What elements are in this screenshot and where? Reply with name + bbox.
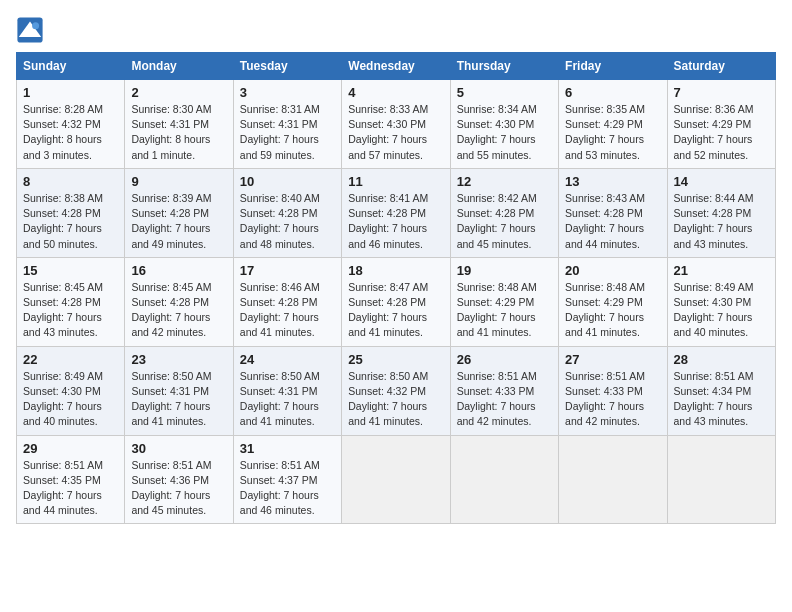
day-detail: Sunrise: 8:38 AMSunset: 4:28 PMDaylight:… — [23, 191, 118, 252]
calendar-cell: 5Sunrise: 8:34 AMSunset: 4:30 PMDaylight… — [450, 80, 558, 169]
day-detail: Sunrise: 8:51 AMSunset: 4:35 PMDaylight:… — [23, 458, 118, 519]
calendar-cell: 16Sunrise: 8:45 AMSunset: 4:28 PMDayligh… — [125, 257, 233, 346]
day-number: 1 — [23, 85, 118, 100]
day-detail: Sunrise: 8:40 AMSunset: 4:28 PMDaylight:… — [240, 191, 335, 252]
svg-point-2 — [32, 22, 39, 29]
day-detail: Sunrise: 8:42 AMSunset: 4:28 PMDaylight:… — [457, 191, 552, 252]
day-number: 5 — [457, 85, 552, 100]
calendar-cell: 26Sunrise: 8:51 AMSunset: 4:33 PMDayligh… — [450, 346, 558, 435]
day-detail: Sunrise: 8:49 AMSunset: 4:30 PMDaylight:… — [23, 369, 118, 430]
calendar-week-3: 15Sunrise: 8:45 AMSunset: 4:28 PMDayligh… — [17, 257, 776, 346]
weekday-header-saturday: Saturday — [667, 53, 775, 80]
header — [16, 16, 776, 44]
day-number: 17 — [240, 263, 335, 278]
calendar-cell: 28Sunrise: 8:51 AMSunset: 4:34 PMDayligh… — [667, 346, 775, 435]
weekday-header-thursday: Thursday — [450, 53, 558, 80]
day-number: 20 — [565, 263, 660, 278]
day-detail: Sunrise: 8:45 AMSunset: 4:28 PMDaylight:… — [23, 280, 118, 341]
calendar-cell: 18Sunrise: 8:47 AMSunset: 4:28 PMDayligh… — [342, 257, 450, 346]
day-number: 4 — [348, 85, 443, 100]
day-number: 23 — [131, 352, 226, 367]
logo-icon — [16, 16, 44, 44]
day-detail: Sunrise: 8:48 AMSunset: 4:29 PMDaylight:… — [457, 280, 552, 341]
calendar-cell — [450, 435, 558, 524]
day-number: 7 — [674, 85, 769, 100]
day-number: 9 — [131, 174, 226, 189]
calendar-cell: 21Sunrise: 8:49 AMSunset: 4:30 PMDayligh… — [667, 257, 775, 346]
day-detail: Sunrise: 8:43 AMSunset: 4:28 PMDaylight:… — [565, 191, 660, 252]
calendar-cell: 30Sunrise: 8:51 AMSunset: 4:36 PMDayligh… — [125, 435, 233, 524]
day-number: 27 — [565, 352, 660, 367]
calendar-cell: 12Sunrise: 8:42 AMSunset: 4:28 PMDayligh… — [450, 168, 558, 257]
day-detail: Sunrise: 8:33 AMSunset: 4:30 PMDaylight:… — [348, 102, 443, 163]
day-detail: Sunrise: 8:48 AMSunset: 4:29 PMDaylight:… — [565, 280, 660, 341]
weekday-header-sunday: Sunday — [17, 53, 125, 80]
day-number: 12 — [457, 174, 552, 189]
calendar-cell: 4Sunrise: 8:33 AMSunset: 4:30 PMDaylight… — [342, 80, 450, 169]
calendar-week-1: 1Sunrise: 8:28 AMSunset: 4:32 PMDaylight… — [17, 80, 776, 169]
day-number: 29 — [23, 441, 118, 456]
calendar-cell — [667, 435, 775, 524]
calendar-cell: 11Sunrise: 8:41 AMSunset: 4:28 PMDayligh… — [342, 168, 450, 257]
calendar-cell: 10Sunrise: 8:40 AMSunset: 4:28 PMDayligh… — [233, 168, 341, 257]
calendar-cell: 7Sunrise: 8:36 AMSunset: 4:29 PMDaylight… — [667, 80, 775, 169]
day-detail: Sunrise: 8:51 AMSunset: 4:34 PMDaylight:… — [674, 369, 769, 430]
day-detail: Sunrise: 8:31 AMSunset: 4:31 PMDaylight:… — [240, 102, 335, 163]
calendar-cell: 3Sunrise: 8:31 AMSunset: 4:31 PMDaylight… — [233, 80, 341, 169]
calendar-cell: 19Sunrise: 8:48 AMSunset: 4:29 PMDayligh… — [450, 257, 558, 346]
day-detail: Sunrise: 8:47 AMSunset: 4:28 PMDaylight:… — [348, 280, 443, 341]
day-detail: Sunrise: 8:35 AMSunset: 4:29 PMDaylight:… — [565, 102, 660, 163]
calendar-cell: 1Sunrise: 8:28 AMSunset: 4:32 PMDaylight… — [17, 80, 125, 169]
logo — [16, 16, 48, 44]
calendar-cell: 31Sunrise: 8:51 AMSunset: 4:37 PMDayligh… — [233, 435, 341, 524]
day-number: 26 — [457, 352, 552, 367]
day-number: 22 — [23, 352, 118, 367]
day-number: 19 — [457, 263, 552, 278]
calendar-cell: 15Sunrise: 8:45 AMSunset: 4:28 PMDayligh… — [17, 257, 125, 346]
calendar-cell: 2Sunrise: 8:30 AMSunset: 4:31 PMDaylight… — [125, 80, 233, 169]
day-detail: Sunrise: 8:50 AMSunset: 4:31 PMDaylight:… — [131, 369, 226, 430]
day-detail: Sunrise: 8:36 AMSunset: 4:29 PMDaylight:… — [674, 102, 769, 163]
calendar-cell: 20Sunrise: 8:48 AMSunset: 4:29 PMDayligh… — [559, 257, 667, 346]
day-number: 16 — [131, 263, 226, 278]
weekday-header-tuesday: Tuesday — [233, 53, 341, 80]
day-detail: Sunrise: 8:49 AMSunset: 4:30 PMDaylight:… — [674, 280, 769, 341]
day-number: 24 — [240, 352, 335, 367]
day-detail: Sunrise: 8:46 AMSunset: 4:28 PMDaylight:… — [240, 280, 335, 341]
day-detail: Sunrise: 8:41 AMSunset: 4:28 PMDaylight:… — [348, 191, 443, 252]
calendar-cell — [559, 435, 667, 524]
calendar-cell: 27Sunrise: 8:51 AMSunset: 4:33 PMDayligh… — [559, 346, 667, 435]
day-number: 30 — [131, 441, 226, 456]
day-detail: Sunrise: 8:50 AMSunset: 4:32 PMDaylight:… — [348, 369, 443, 430]
day-number: 21 — [674, 263, 769, 278]
calendar-cell: 29Sunrise: 8:51 AMSunset: 4:35 PMDayligh… — [17, 435, 125, 524]
day-detail: Sunrise: 8:34 AMSunset: 4:30 PMDaylight:… — [457, 102, 552, 163]
calendar-cell: 25Sunrise: 8:50 AMSunset: 4:32 PMDayligh… — [342, 346, 450, 435]
calendar-cell: 23Sunrise: 8:50 AMSunset: 4:31 PMDayligh… — [125, 346, 233, 435]
calendar-week-4: 22Sunrise: 8:49 AMSunset: 4:30 PMDayligh… — [17, 346, 776, 435]
day-detail: Sunrise: 8:51 AMSunset: 4:33 PMDaylight:… — [565, 369, 660, 430]
day-detail: Sunrise: 8:39 AMSunset: 4:28 PMDaylight:… — [131, 191, 226, 252]
calendar-week-2: 8Sunrise: 8:38 AMSunset: 4:28 PMDaylight… — [17, 168, 776, 257]
day-detail: Sunrise: 8:28 AMSunset: 4:32 PMDaylight:… — [23, 102, 118, 163]
weekday-header-monday: Monday — [125, 53, 233, 80]
calendar-cell: 9Sunrise: 8:39 AMSunset: 4:28 PMDaylight… — [125, 168, 233, 257]
day-number: 25 — [348, 352, 443, 367]
day-number: 10 — [240, 174, 335, 189]
day-number: 2 — [131, 85, 226, 100]
calendar-week-5: 29Sunrise: 8:51 AMSunset: 4:35 PMDayligh… — [17, 435, 776, 524]
day-detail: Sunrise: 8:44 AMSunset: 4:28 PMDaylight:… — [674, 191, 769, 252]
day-number: 8 — [23, 174, 118, 189]
day-number: 13 — [565, 174, 660, 189]
calendar-cell: 6Sunrise: 8:35 AMSunset: 4:29 PMDaylight… — [559, 80, 667, 169]
calendar-cell: 14Sunrise: 8:44 AMSunset: 4:28 PMDayligh… — [667, 168, 775, 257]
day-detail: Sunrise: 8:50 AMSunset: 4:31 PMDaylight:… — [240, 369, 335, 430]
day-number: 3 — [240, 85, 335, 100]
day-number: 28 — [674, 352, 769, 367]
day-number: 14 — [674, 174, 769, 189]
day-detail: Sunrise: 8:30 AMSunset: 4:31 PMDaylight:… — [131, 102, 226, 163]
calendar-cell: 17Sunrise: 8:46 AMSunset: 4:28 PMDayligh… — [233, 257, 341, 346]
day-detail: Sunrise: 8:45 AMSunset: 4:28 PMDaylight:… — [131, 280, 226, 341]
weekday-header-wednesday: Wednesday — [342, 53, 450, 80]
day-detail: Sunrise: 8:51 AMSunset: 4:36 PMDaylight:… — [131, 458, 226, 519]
